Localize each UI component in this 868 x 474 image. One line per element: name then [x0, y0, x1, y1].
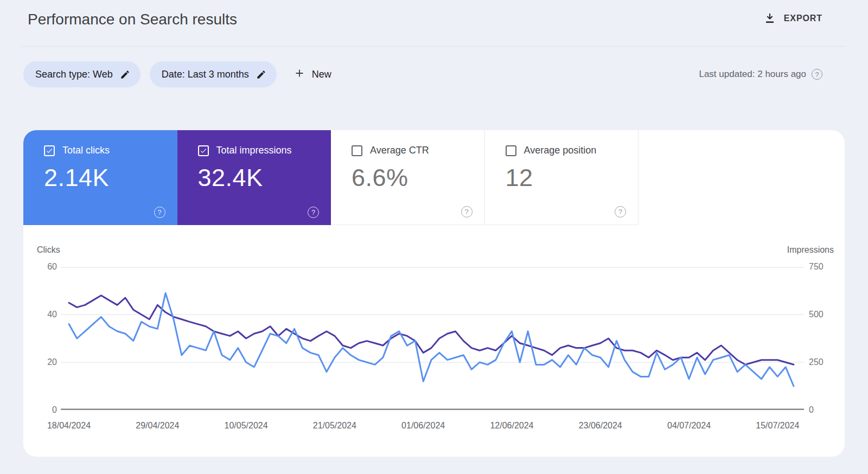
x-axis-tick-label: 21/05/2024 [313, 421, 356, 431]
question-circle-icon[interactable]: ? [615, 206, 626, 217]
pencil-icon [256, 69, 266, 80]
chart-plot-area [61, 267, 804, 410]
metric-tile-average-position[interactable]: Average position 12 ? [485, 130, 639, 225]
metric-value: 6.6% [352, 164, 484, 192]
right-axis-title: Impressions [787, 245, 834, 255]
checkbox-unchecked-icon[interactable] [506, 145, 516, 156]
left-axis-ticks: 6040200 [23, 267, 57, 410]
metric-label: Average CTR [370, 145, 429, 156]
performance-chart[interactable] [61, 267, 804, 410]
new-filter-button[interactable]: New [293, 67, 331, 82]
metric-value: 12 [506, 164, 639, 192]
performance-card: Total clicks 2.14K ? Total impressions 3… [23, 130, 845, 457]
left-axis-title: Clicks [37, 245, 60, 255]
axis-tick-label: 750 [809, 262, 847, 272]
axis-tick-label: 60 [23, 262, 57, 272]
axis-tick-label: 500 [809, 310, 847, 319]
date-range-chip[interactable]: Date: Last 3 months [150, 61, 277, 87]
x-axis-tick-label: 10/05/2024 [225, 421, 268, 431]
last-updated-text: Last updated: 2 hours ago [699, 69, 806, 80]
axis-tick-label: 40 [23, 310, 57, 319]
x-axis-tick-label: 04/07/2024 [667, 421, 711, 431]
metric-tile-total-impressions[interactable]: Total impressions 32.4K ? [177, 130, 331, 225]
clicks-line [69, 293, 794, 386]
axis-tick-label: 250 [809, 357, 847, 367]
date-range-chip-label: Date: Last 3 months [162, 69, 249, 80]
metric-label: Total impressions [216, 145, 292, 156]
question-circle-icon[interactable]: ? [461, 206, 473, 217]
checkbox-checked-icon[interactable] [44, 145, 55, 156]
pencil-icon [120, 69, 130, 80]
export-label: EXPORT [784, 14, 822, 23]
filter-chips-row: Search type: Web Date: Last 3 months New [23, 61, 331, 87]
metric-value: 2.14K [44, 164, 177, 192]
search-type-chip[interactable]: Search type: Web [23, 61, 141, 87]
x-axis-tick-label: 01/06/2024 [401, 421, 445, 431]
last-updated: Last updated: 2 hours ago ? [699, 61, 822, 87]
checkbox-checked-icon[interactable] [198, 145, 209, 156]
axis-tick-label: 20 [23, 357, 57, 367]
x-axis-tick-label: 29/04/2024 [136, 421, 179, 431]
metric-tiles: Total clicks 2.14K ? Total impressions 3… [23, 130, 639, 225]
new-filter-label: New [312, 69, 331, 80]
x-axis-tick-label: 18/04/2024 [47, 421, 91, 431]
metric-label: Total clicks [62, 145, 110, 156]
checkbox-unchecked-icon[interactable] [352, 145, 362, 156]
axis-tick-label: 0 [809, 405, 847, 415]
question-circle-icon[interactable]: ? [154, 207, 165, 218]
axis-tick-label: 0 [23, 405, 57, 415]
plus-icon [293, 67, 305, 82]
metric-tile-average-ctr[interactable]: Average CTR 6.6% ? [331, 130, 485, 225]
x-axis-tick-label: 12/06/2024 [490, 421, 533, 431]
x-axis-tick-label: 15/07/2024 [756, 421, 799, 431]
search-type-chip-label: Search type: Web [35, 69, 113, 80]
question-circle-icon[interactable]: ? [812, 69, 822, 80]
x-axis-tick-label: 23/06/2024 [579, 421, 622, 431]
x-axis-labels: 18/04/202429/04/202410/05/202421/05/2024… [61, 421, 804, 433]
download-icon [763, 12, 776, 25]
export-button[interactable]: EXPORT [763, 12, 822, 25]
metric-tile-total-clicks[interactable]: Total clicks 2.14K ? [23, 130, 177, 225]
header-divider [22, 46, 846, 47]
metric-value: 32.4K [198, 164, 331, 192]
impressions-line [69, 296, 794, 364]
page-title: Performance on Search results [28, 11, 237, 28]
metric-label: Average position [524, 145, 597, 156]
right-axis-ticks: 7505002500 [809, 267, 847, 410]
question-circle-icon[interactable]: ? [308, 207, 319, 218]
